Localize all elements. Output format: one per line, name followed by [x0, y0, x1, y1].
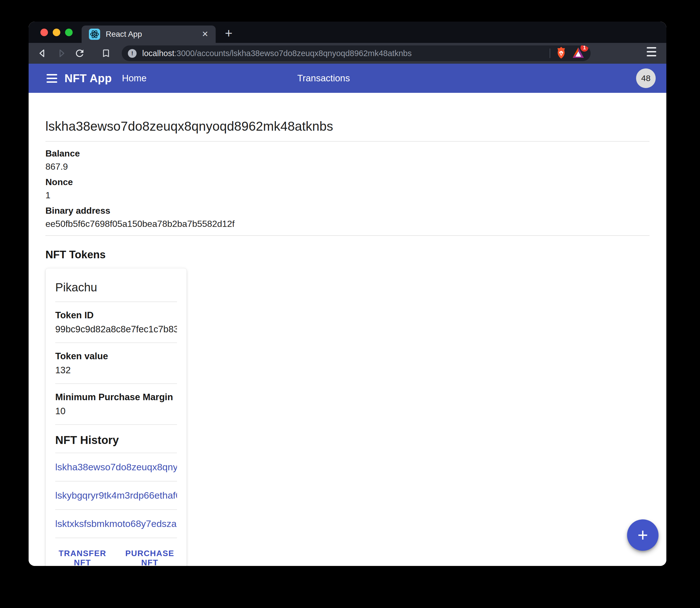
card-divider [55, 302, 177, 302]
url-host: localhost [142, 49, 174, 58]
nav-menu-icon[interactable] [46, 74, 57, 83]
balance-label: Balance [45, 148, 649, 159]
account-fields: Balance 867.9 Nonce 1 Binary address ee5… [45, 148, 649, 229]
nft-token-card: Pikachu Token ID 99bc9c9d82a8c8e7fec1c7b… [45, 268, 187, 566]
binary-address-value: ee50fb5f6c7698f05a150bea78b2ba7b5582d12f [45, 219, 649, 229]
forward-icon[interactable] [55, 47, 67, 59]
add-fab-button[interactable]: + [627, 519, 659, 551]
min-purchase-margin-label: Minimum Purchase Margin [55, 392, 177, 402]
plus-icon: + [638, 526, 648, 544]
bat-notification-badge: 1 [581, 45, 588, 52]
nonce-value: 1 [45, 190, 649, 201]
nav-count-badge: 48 [636, 69, 656, 88]
title-divider [45, 141, 649, 141]
account-address-title: lskha38ewso7do8zeuqx8qnyoqd8962mk48atknb… [45, 119, 649, 134]
browser-window: React App ✕ + ! localhost:3000/accounts/… [29, 22, 666, 566]
card-divider [55, 538, 177, 538]
back-icon[interactable] [36, 47, 49, 59]
binary-address-label: Binary address [45, 206, 649, 216]
browser-menu-icon[interactable] [647, 47, 656, 56]
token-value-label: Token value [55, 351, 177, 361]
nonce-label: Nonce [45, 177, 649, 187]
url-text: localhost:3000/accounts/lskha38ewso7do8z… [142, 49, 412, 58]
browser-tab[interactable]: React App ✕ [82, 25, 216, 43]
app-title: NFT App [64, 72, 112, 85]
card-actions: TRANSFER NFT PURCHASE NFT [55, 547, 177, 566]
new-tab-icon[interactable]: + [225, 27, 232, 40]
card-divider [55, 453, 177, 453]
tab-title: React App [106, 30, 196, 39]
card-divider [55, 424, 177, 425]
nft-tokens-heading: NFT Tokens [45, 249, 649, 261]
nav-link-transactions[interactable]: Transactions [297, 73, 350, 83]
card-divider [55, 481, 177, 481]
card-divider [55, 509, 177, 510]
reload-icon[interactable] [74, 47, 86, 59]
close-window-button[interactable] [40, 28, 48, 36]
toolbar-divider [550, 49, 550, 58]
history-link[interactable]: lskha38ewso7do8zeuqx8qnyoqd [55, 462, 177, 473]
token-id-label: Token ID [55, 310, 177, 321]
browser-tab-bar: React App ✕ + [29, 22, 666, 43]
purchase-nft-button[interactable]: PURCHASE NFT [122, 547, 177, 566]
window-controls [29, 28, 73, 36]
history-link[interactable]: lskybgqryr9tk4m3rdp66ethaf6x [55, 490, 177, 501]
bookmark-icon[interactable] [100, 47, 112, 59]
card-divider [55, 383, 177, 384]
minimize-window-button[interactable] [53, 28, 60, 36]
min-purchase-margin-value: 10 [55, 406, 177, 416]
browser-toolbar: ! localhost:3000/accounts/lskha38ewso7do… [29, 43, 666, 64]
brave-shield-icon[interactable] [555, 46, 567, 61]
url-path: :3000/accounts/lskha38ewso7do8zeuqx8qnyo… [174, 49, 412, 58]
react-favicon-icon [89, 28, 100, 40]
address-bar[interactable]: ! localhost:3000/accounts/lskha38ewso7do… [122, 45, 591, 61]
transfer-nft-button[interactable]: TRANSFER NFT [56, 547, 109, 566]
bat-rewards-icon[interactable]: 1 [572, 47, 584, 59]
token-id-value: 99bc9c9d82a8c8e7fec1c7b83c [55, 324, 177, 335]
card-divider [55, 342, 177, 343]
section-divider [45, 235, 649, 236]
history-link[interactable]: lsktxksfsbmkmoto68y7edszaecg [55, 518, 177, 529]
token-name: Pikachu [55, 281, 177, 294]
site-info-icon[interactable]: ! [128, 49, 137, 58]
token-value-value: 132 [55, 365, 177, 376]
nav-link-home[interactable]: Home [122, 73, 147, 83]
tab-close-icon[interactable]: ✕ [202, 30, 208, 38]
nft-history-heading: NFT History [55, 434, 177, 446]
page-content: lskha38ewso7do8zeuqx8qnyoqd8962mk48atknb… [29, 93, 666, 566]
balance-value: 867.9 [45, 162, 649, 172]
app-navbar: NFT App Home Transactions 48 [29, 64, 666, 93]
maximize-window-button[interactable] [65, 28, 73, 36]
